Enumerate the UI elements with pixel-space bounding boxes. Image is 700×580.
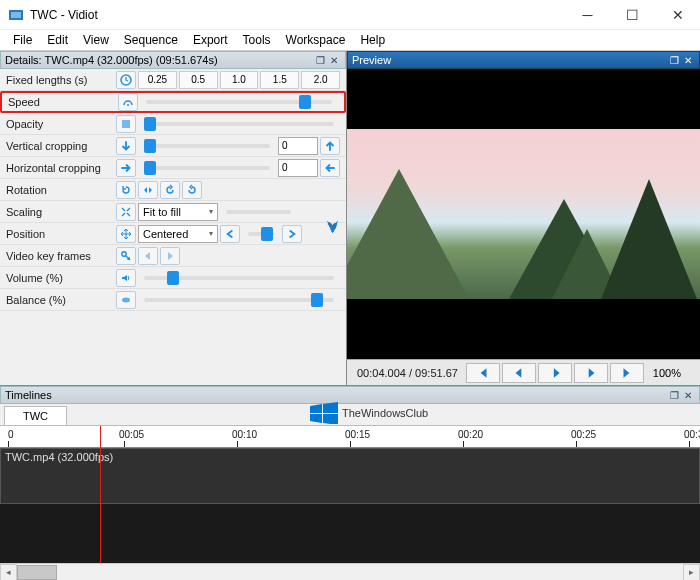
video-viewport[interactable] xyxy=(347,69,700,359)
preview-close-icon[interactable]: ✕ xyxy=(681,53,695,67)
step-fwd-button[interactable] xyxy=(574,363,608,383)
arrow-left-icon[interactable] xyxy=(320,159,340,177)
menu-file[interactable]: File xyxy=(6,31,39,49)
length-025[interactable]: 0.25 xyxy=(138,71,177,89)
timeline-tabs: TWC TheWindowsClub xyxy=(0,404,700,426)
playback-bar: 00:04.004 / 09:51.67 100% xyxy=(347,359,700,385)
balance-slider[interactable] xyxy=(144,298,334,302)
tab-twc[interactable]: TWC xyxy=(4,406,67,425)
row-volume: Volume (%) xyxy=(0,267,346,289)
scaling-combo[interactable]: Fit to fill▾ xyxy=(138,203,218,221)
time-ruler[interactable]: 0 00:05 00:10 00:15 00:20 00:25 00:30 xyxy=(0,426,700,448)
watermark: TheWindowsClub xyxy=(310,402,428,424)
svg-point-3 xyxy=(127,104,129,106)
zoom-display: 100% xyxy=(646,367,688,379)
rotate-reset-icon[interactable] xyxy=(116,181,136,199)
timelines-close-icon[interactable]: ✕ xyxy=(681,388,695,402)
hcrop-label: Horizontal cropping xyxy=(6,162,116,174)
pos-right-icon[interactable] xyxy=(282,225,302,243)
preview-header: Preview ❐ ✕ xyxy=(347,51,700,69)
goto-start-button[interactable] xyxy=(466,363,500,383)
scroll-right-button[interactable]: ▸ xyxy=(683,564,700,581)
timelines-title: Timelines xyxy=(5,389,52,401)
preview-title: Preview xyxy=(352,54,391,66)
hcrop-slider[interactable] xyxy=(144,166,270,170)
row-position: Position Centered▾ xyxy=(0,223,346,245)
row-fixed-lengths: Fixed lengths (s) 0.25 0.5 1.0 1.5 2.0 xyxy=(0,69,346,91)
scroll-thumb[interactable] xyxy=(17,565,57,580)
menu-view[interactable]: View xyxy=(76,31,116,49)
minimize-button[interactable]: ─ xyxy=(565,0,610,30)
menu-export[interactable]: Export xyxy=(186,31,235,49)
row-vkf: Video key frames xyxy=(0,245,346,267)
vcrop-value[interactable]: 0 xyxy=(278,137,318,155)
clock-icon[interactable] xyxy=(116,71,136,89)
rotate-cw-icon[interactable] xyxy=(182,181,202,199)
position-combo[interactable]: Centered▾ xyxy=(138,225,218,243)
step-back-button[interactable] xyxy=(502,363,536,383)
panel-restore-icon[interactable]: ❐ xyxy=(313,53,327,67)
vcrop-label: Vertical cropping xyxy=(6,140,116,152)
row-speed: Speed xyxy=(0,91,346,113)
gauge-icon[interactable] xyxy=(118,93,138,111)
row-balance: Balance (%) xyxy=(0,289,346,311)
video-clip[interactable]: TWC.mp4 (32.000fps) xyxy=(0,448,700,504)
length-20[interactable]: 2.0 xyxy=(301,71,340,89)
menu-tools[interactable]: Tools xyxy=(236,31,278,49)
key-icon[interactable] xyxy=(116,247,136,265)
move-icon[interactable] xyxy=(116,225,136,243)
menu-help[interactable]: Help xyxy=(353,31,392,49)
speed-label: Speed xyxy=(8,96,118,108)
timelines-restore-icon[interactable]: ❐ xyxy=(667,388,681,402)
kf-next-icon[interactable] xyxy=(160,247,180,265)
h-scrollbar[interactable]: ◂ ▸ xyxy=(0,563,700,580)
expand-icon[interactable] xyxy=(116,203,136,221)
playhead-line[interactable] xyxy=(100,448,101,563)
svg-rect-4 xyxy=(122,120,130,128)
play-pause-button[interactable] xyxy=(538,363,572,383)
opacity-icon[interactable] xyxy=(116,115,136,133)
row-hcrop: Horizontal cropping 0 xyxy=(0,157,346,179)
rotate-ccw-icon[interactable] xyxy=(160,181,180,199)
scroll-left-button[interactable]: ◂ xyxy=(0,564,17,581)
length-10[interactable]: 1.0 xyxy=(220,71,259,89)
opacity-slider[interactable] xyxy=(144,122,334,126)
length-05[interactable]: 0.5 xyxy=(179,71,218,89)
maximize-button[interactable]: ☐ xyxy=(610,0,655,30)
panel-close-icon[interactable]: ✕ xyxy=(327,53,341,67)
menu-workspace[interactable]: Workspace xyxy=(279,31,353,49)
details-header: Details: TWC.mp4 (32.000fps) (09:51.674s… xyxy=(0,51,346,69)
arrow-right-icon[interactable] xyxy=(116,159,136,177)
arrow-up-icon[interactable] xyxy=(320,137,340,155)
scroll-down-icon[interactable]: ⮟ xyxy=(326,219,340,235)
volume-icon[interactable] xyxy=(116,269,136,287)
row-opacity: Opacity xyxy=(0,113,346,135)
pos-x-slider[interactable] xyxy=(248,232,274,236)
scaling-slider[interactable] xyxy=(226,210,291,214)
arrow-down-icon[interactable] xyxy=(116,137,136,155)
playhead-marker[interactable] xyxy=(100,426,101,448)
timelines-panel: Timelines ❐ ✕ TWC TheWindowsClub 0 00:05… xyxy=(0,385,700,580)
close-button[interactable]: ✕ xyxy=(655,0,700,30)
menu-edit[interactable]: Edit xyxy=(40,31,75,49)
volume-slider[interactable] xyxy=(144,276,334,280)
row-rotation: Rotation xyxy=(0,179,346,201)
vcrop-slider[interactable] xyxy=(144,144,270,148)
balance-icon[interactable] xyxy=(116,291,136,309)
preview-restore-icon[interactable]: ❐ xyxy=(667,53,681,67)
goto-end-button[interactable] xyxy=(610,363,644,383)
kf-prev-icon[interactable] xyxy=(138,247,158,265)
speed-slider[interactable] xyxy=(146,100,332,104)
pos-left-icon[interactable] xyxy=(220,225,240,243)
row-scaling: Scaling Fit to fill▾ xyxy=(0,201,346,223)
window-title: TWC - Vidiot xyxy=(30,8,565,22)
flip-h-icon[interactable] xyxy=(138,181,158,199)
length-15[interactable]: 1.5 xyxy=(260,71,299,89)
position-label: Position xyxy=(6,228,116,240)
menu-sequence[interactable]: Sequence xyxy=(117,31,185,49)
scaling-label: Scaling xyxy=(6,206,116,218)
balance-label: Balance (%) xyxy=(6,294,116,306)
details-title: Details: TWC.mp4 (32.000fps) (09:51.674s… xyxy=(5,54,218,66)
timeline-tracks[interactable]: TWC.mp4 (32.000fps) xyxy=(0,448,700,563)
hcrop-value[interactable]: 0 xyxy=(278,159,318,177)
